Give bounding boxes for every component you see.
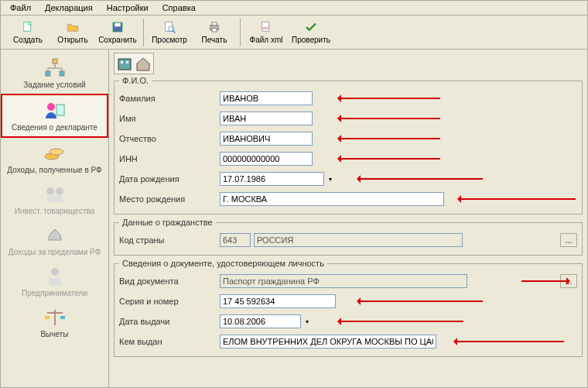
toolbar-file-xml[interactable]: xml Файл xml bbox=[244, 17, 289, 48]
annotation-arrow bbox=[340, 118, 440, 119]
svg-rect-27 bbox=[118, 59, 131, 70]
input-patronymic[interactable] bbox=[220, 132, 313, 146]
toolbar-open[interactable]: Открыть bbox=[50, 17, 95, 48]
date-picker-button[interactable]: ▾ bbox=[323, 172, 336, 186]
sidebar-item-conditions[interactable]: Задание условий bbox=[1, 53, 108, 94]
input-birth-date[interactable] bbox=[220, 172, 336, 186]
svg-rect-13 bbox=[60, 71, 64, 76]
input-birth-place[interactable] bbox=[220, 192, 444, 206]
toolbar-save[interactable]: Сохранить bbox=[95, 17, 140, 48]
svg-line-5 bbox=[173, 31, 176, 33]
building-icon[interactable] bbox=[116, 55, 133, 72]
label-birth-date: Дата рождения bbox=[119, 174, 220, 184]
toolbar-print[interactable]: Печать bbox=[192, 17, 237, 48]
toolbar-preview[interactable]: Просмотр bbox=[147, 17, 192, 48]
group-fio: Ф.И.О. Фамилия Имя Отчество ИНН bbox=[114, 76, 583, 215]
menubar: Файл Декларация Настройки Справка bbox=[0, 0, 588, 15]
annotation-arrow bbox=[456, 341, 564, 342]
country-lookup-button[interactable]: ... bbox=[560, 233, 577, 247]
group-document: Сведения о документе, удостоверяющем лич… bbox=[114, 259, 583, 357]
toolbar-separator bbox=[143, 19, 144, 46]
svg-rect-25 bbox=[45, 316, 50, 319]
scales-icon bbox=[43, 307, 67, 328]
svg-rect-15 bbox=[56, 105, 64, 115]
input-doc-type bbox=[220, 274, 467, 288]
sidebar-item-invest: Инвест. товарищества bbox=[1, 179, 108, 220]
toolbar-separator bbox=[240, 19, 241, 46]
main-form: Ф.И.О. Фамилия Имя Отчество ИНН bbox=[109, 50, 587, 387]
sidebar-label: Вычеты bbox=[40, 330, 68, 338]
sidebar-item-deductions[interactable]: Вычеты bbox=[1, 302, 108, 343]
date-picker-button[interactable]: ▾ bbox=[300, 314, 313, 328]
xml-file-icon: xml bbox=[259, 20, 273, 34]
input-inn[interactable] bbox=[220, 152, 313, 166]
label-country-code: Код страны bbox=[119, 235, 220, 245]
input-issued-by[interactable] bbox=[220, 335, 436, 349]
toolbar-create[interactable]: Создать bbox=[5, 17, 50, 48]
annotation-arrow bbox=[359, 300, 483, 302]
input-country-name bbox=[254, 233, 463, 247]
coins-icon bbox=[43, 142, 67, 164]
sidebar-item-entrepreneur: Предприниматели bbox=[1, 261, 108, 302]
menu-settings[interactable]: Настройки bbox=[101, 2, 155, 14]
svg-rect-11 bbox=[53, 59, 57, 64]
toolbar-open-label: Открыть bbox=[57, 36, 87, 44]
sidebar-label: Инвест. товарищества bbox=[15, 207, 94, 215]
input-name[interactable] bbox=[220, 112, 313, 125]
toolbar-save-label: Сохранить bbox=[98, 36, 137, 44]
preview-icon bbox=[162, 20, 176, 34]
house-icon[interactable] bbox=[135, 55, 152, 72]
toolbar-check[interactable]: Проверить bbox=[289, 17, 333, 48]
sidebar: Задание условий Сведения о декларанте До… bbox=[1, 50, 109, 387]
label-name: Имя bbox=[119, 114, 220, 123]
input-series-number[interactable] bbox=[220, 294, 336, 308]
handshake-icon bbox=[43, 184, 67, 205]
annotation-arrow bbox=[521, 280, 568, 282]
toolbar: Создать Открыть Сохранить Просмотр Печат… bbox=[0, 15, 588, 50]
toolbar-create-label: Создать bbox=[13, 36, 43, 44]
sidebar-item-income-foreign: Доходы за пределами РФ bbox=[1, 220, 108, 261]
briefcase-person-icon bbox=[43, 266, 67, 287]
svg-rect-3 bbox=[166, 22, 173, 31]
svg-point-21 bbox=[51, 268, 59, 276]
tree-icon bbox=[43, 57, 67, 79]
label-birth-place: Место рождения bbox=[119, 194, 220, 204]
svg-point-18 bbox=[46, 187, 54, 195]
money-bag-icon bbox=[43, 225, 67, 246]
label-issue-date: Дата выдачи bbox=[119, 317, 220, 326]
sidebar-label: Задание условий bbox=[23, 81, 85, 89]
printer-icon bbox=[207, 20, 221, 34]
svg-point-17 bbox=[50, 149, 63, 155]
annotation-arrow bbox=[340, 321, 463, 322]
menu-file[interactable]: Файл bbox=[4, 2, 37, 14]
input-issue-date[interactable] bbox=[220, 314, 313, 328]
person-doc-icon bbox=[43, 100, 67, 122]
label-surname: Фамилия bbox=[119, 94, 220, 103]
annotation-arrow bbox=[460, 198, 576, 200]
open-folder-icon bbox=[66, 20, 80, 34]
toolbar-check-label: Проверить bbox=[292, 36, 330, 44]
check-icon bbox=[304, 20, 318, 34]
group-fio-legend: Ф.И.О. bbox=[119, 76, 152, 85]
group-document-legend: Сведения о документе, удостоверяющем лич… bbox=[119, 259, 327, 268]
svg-rect-28 bbox=[121, 61, 123, 64]
sidebar-item-income-rf[interactable]: Доходы, полученные в РФ bbox=[1, 138, 108, 179]
svg-rect-29 bbox=[126, 61, 128, 64]
annotation-arrow bbox=[340, 98, 440, 99]
svg-rect-22 bbox=[49, 278, 61, 286]
label-series-number: Серия и номер bbox=[119, 297, 220, 306]
menu-help[interactable]: Справка bbox=[156, 2, 202, 14]
toolbar-file-xml-label: Файл xml bbox=[250, 36, 283, 44]
input-surname[interactable] bbox=[220, 91, 313, 105]
svg-rect-12 bbox=[46, 71, 50, 76]
sidebar-label: Сведения о декларанте bbox=[12, 123, 97, 132]
menu-declaration[interactable]: Декларация bbox=[39, 2, 99, 14]
svg-point-19 bbox=[56, 187, 63, 195]
annotation-arrow bbox=[340, 158, 440, 160]
svg-rect-26 bbox=[60, 316, 65, 319]
annotation-arrow bbox=[359, 178, 483, 180]
label-doc-type: Вид документа bbox=[119, 276, 220, 286]
sidebar-item-declarant[interactable]: Сведения о декларанте bbox=[1, 94, 108, 138]
svg-rect-0 bbox=[24, 22, 31, 31]
label-patronymic: Отчество bbox=[119, 134, 220, 143]
